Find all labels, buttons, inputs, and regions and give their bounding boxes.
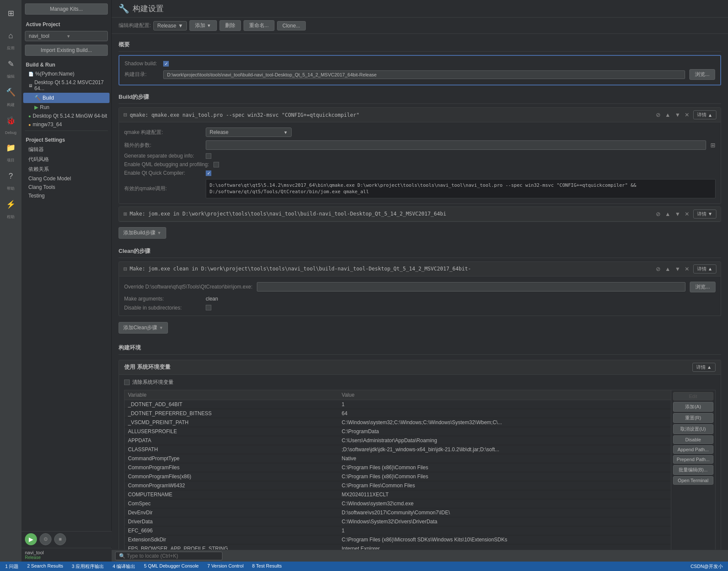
status-search[interactable]: 2 Search Results xyxy=(25,563,65,570)
add-clean-step-button[interactable]: 添加Clean步骤 ▼ xyxy=(119,322,168,334)
python-name-item[interactable]: 📄 %(Python:Name) xyxy=(21,70,111,78)
clear-system-checkbox[interactable] xyxy=(124,380,130,385)
settings-clang-tools[interactable]: Clang Tools xyxy=(21,183,111,191)
config-dropdown[interactable]: Release ▼ xyxy=(153,21,187,30)
table-row[interactable]: EFC_66961 xyxy=(125,526,671,535)
override-input[interactable] xyxy=(257,282,685,292)
activity-item-edit[interactable]: ✎ 编辑 xyxy=(2,53,19,81)
status-qml-debug[interactable]: 5 QML Debugger Console xyxy=(142,563,200,570)
unset-env-button[interactable]: 取消设置(U) xyxy=(673,424,713,434)
shadow-build-checkbox[interactable]: ✓ xyxy=(163,61,169,67)
stop-button[interactable]: ■ xyxy=(54,533,66,545)
extra-params-input[interactable] xyxy=(206,140,706,150)
param-icon[interactable]: ⊞ xyxy=(710,142,716,149)
move-down-btn[interactable]: ▼ xyxy=(673,111,682,118)
table-row[interactable]: _VSCMD_PREINIT_PATHC:\Windows\system32;C… xyxy=(125,418,671,427)
status-app-output[interactable]: 3 应用程序输出 xyxy=(70,563,106,570)
batch-edit-button[interactable]: 批量编辑(B)... xyxy=(673,465,713,475)
browse-button[interactable]: 浏览... xyxy=(689,69,715,80)
reset-env-button[interactable]: 重置(R) xyxy=(673,413,713,423)
run-item[interactable]: ▶ Run xyxy=(21,103,111,112)
disable-subdirs-checkbox[interactable] xyxy=(206,305,211,310)
clean-step-header[interactable]: ⊟ Make: jom.exe clean in D:\work\project… xyxy=(119,261,721,276)
make-step-header[interactable]: ⊞ Make: jom.exe in D:\work\project\tools… xyxy=(119,207,721,222)
rename-button[interactable]: 重命名... xyxy=(244,20,274,31)
disable-step-btn[interactable]: ⊘ xyxy=(655,111,662,118)
table-row[interactable]: FPS_BROWSER_APP_PROFILE_STRINGInternet E… xyxy=(125,544,671,550)
activity-item-build[interactable]: 🔨 构建 xyxy=(2,81,19,109)
table-row[interactable]: CommonProgramW6432C:\Program Files\Commo… xyxy=(125,481,671,490)
activity-item-welcome[interactable]: ⌂ 应用 xyxy=(2,24,19,53)
prepend-path-button[interactable]: Prepend Path... xyxy=(673,455,713,464)
status-right-text[interactable]: CSDN@开发小 xyxy=(689,563,725,570)
table-row[interactable]: ALLUSERSPROFILEC:\ProgramData xyxy=(125,427,671,436)
make-remove-btn[interactable]: ✕ xyxy=(683,210,691,218)
settings-editor[interactable]: 编辑器 xyxy=(21,145,111,155)
search-input[interactable] xyxy=(115,552,222,560)
quick-compiler-checkbox[interactable]: ✓ xyxy=(206,170,211,176)
qmake-detail-button[interactable]: 详情 ▲ xyxy=(693,110,716,119)
qml-debug-checkbox[interactable] xyxy=(213,162,219,167)
table-row[interactable]: CommonProgramFilesC:\Program Files (x86)… xyxy=(125,463,671,472)
table-row[interactable]: _DOTNET_PREFERRED_BITNESS64 xyxy=(125,409,671,418)
qmake-step-header[interactable]: ⊟ qmake: qmake.exe navi_tool.pro --spec … xyxy=(119,108,721,122)
move-up-btn[interactable]: ▲ xyxy=(664,111,672,118)
edit-env-button[interactable]: Edit xyxy=(673,392,713,401)
status-problems[interactable]: 1 问题 xyxy=(3,563,20,570)
bottom-kit-release[interactable]: Release xyxy=(25,555,108,560)
disable-env-button[interactable]: Disable xyxy=(673,435,713,444)
append-path-button[interactable]: Append Path... xyxy=(673,445,713,454)
activity-item-debug[interactable]: 🐞 Debug xyxy=(2,109,19,137)
table-row[interactable]: DriverDataC:\Windows\System32\Drivers\Dr… xyxy=(125,517,671,526)
clone-button[interactable]: Clone... xyxy=(277,21,306,30)
status-test-results[interactable]: 8 Test Results xyxy=(250,563,283,570)
mingw-item[interactable]: ● mingw73_64 xyxy=(21,120,111,129)
clean-down-btn[interactable]: ▼ xyxy=(673,265,682,273)
separate-debug-checkbox[interactable] xyxy=(206,153,211,159)
status-compile[interactable]: 4 编译输出 xyxy=(111,563,137,570)
bottom-project-name[interactable]: navi_tool xyxy=(25,550,108,555)
add-env-button[interactable]: 添加(A) xyxy=(673,402,713,412)
delete-button[interactable]: 删除 xyxy=(219,20,241,31)
add-build-step-button[interactable]: 添加Build步骤 ▼ xyxy=(119,227,166,239)
make-down-btn[interactable]: ▼ xyxy=(673,210,682,218)
make-disable-btn[interactable]: ⊘ xyxy=(655,210,662,218)
settings-dependencies[interactable]: 依赖关系 xyxy=(21,164,111,174)
table-row[interactable]: COMPUTERNAMEMX20240111XECLT xyxy=(125,490,671,499)
project-dropdown[interactable]: navi_tool ▼ xyxy=(25,31,108,41)
activity-item-activity[interactable]: ⚡ 程助 xyxy=(2,193,19,222)
activity-item-help[interactable]: ? 帮助 xyxy=(2,165,19,193)
table-row[interactable]: DevEnvDirD:\software\vs2017\Community\Co… xyxy=(125,508,671,517)
make-up-btn[interactable]: ▲ xyxy=(664,210,672,218)
settings-testing[interactable]: Testing xyxy=(21,191,111,200)
run-button[interactable]: ▶ xyxy=(25,533,37,545)
settings-code-style[interactable]: 代码风格 xyxy=(21,155,111,164)
make-detail-button[interactable]: 详情 ▼ xyxy=(693,210,716,219)
manage-kits-button[interactable]: Manage Kits... xyxy=(25,3,108,15)
import-existing-build-button[interactable]: Import Existing Build... xyxy=(25,45,108,56)
clean-remove-btn[interactable]: ✕ xyxy=(683,265,691,273)
status-version-control[interactable]: 7 Version Control xyxy=(206,563,245,570)
desktop-mingw-item[interactable]: ● Desktop Qt 5.14.2 MinGW 64-bit xyxy=(21,112,111,120)
qmake-config-dropdown[interactable]: Release ▼ xyxy=(206,128,292,137)
clean-disable-btn[interactable]: ⊘ xyxy=(655,265,662,273)
add-button[interactable]: 添加 ▼ xyxy=(189,20,216,31)
desktop-qt-item[interactable]: 🖥 Desktop Qt 5.14.2 MSVC2017 64... xyxy=(21,78,111,93)
table-row[interactable]: APPDATAC:\Users\Administrator\AppData\Ro… xyxy=(125,436,671,445)
open-terminal-button[interactable]: Open Terminal xyxy=(673,476,713,485)
table-row[interactable]: CommonProgramFiles(x86)C:\Program Files … xyxy=(125,472,671,481)
clean-detail-button[interactable]: 详情 ▲ xyxy=(693,264,716,273)
table-row[interactable]: CLASSPATH;D:\software\jdk\jdk-21_windows… xyxy=(125,445,671,454)
clean-up-btn[interactable]: ▲ xyxy=(664,265,672,273)
activity-item-project[interactable]: 📁 项目 xyxy=(2,137,19,165)
table-row[interactable]: ExtensionSdkDirC:\Program Files (x86)\Mi… xyxy=(125,535,671,544)
clean-browse-button[interactable]: 浏览... xyxy=(690,282,716,292)
remove-step-btn[interactable]: ✕ xyxy=(683,111,691,118)
build-run-button[interactable]: ⚙ xyxy=(40,533,52,545)
table-row[interactable]: _DOTNET_ADD_64BIT1 xyxy=(125,400,671,409)
settings-clang-model[interactable]: Clang Code Model xyxy=(21,174,111,183)
env-detail-button[interactable]: 详情 ▲ xyxy=(692,363,716,372)
build-item[interactable]: 🔨 Build xyxy=(23,93,110,103)
activity-item-grid[interactable]: ⊞ xyxy=(2,2,19,24)
build-dir-input[interactable] xyxy=(163,70,685,79)
